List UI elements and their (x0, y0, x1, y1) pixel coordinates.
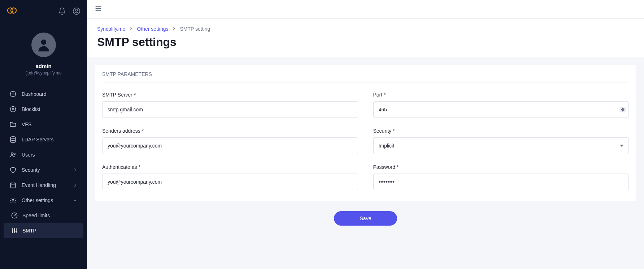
dropdown-arrow (620, 143, 623, 149)
calendar-icon (9, 182, 17, 189)
nav-blocklist[interactable]: Blocklist (4, 102, 83, 117)
nav-event-handling[interactable]: Event Handling (4, 178, 83, 193)
content-header: Syncplify.me Other settings SMTP setting… (87, 19, 644, 57)
section-title: SMTP PARAMETERS (102, 71, 629, 82)
svg-point-14 (16, 231, 17, 232)
smtp-server-label: SMTP Server * (102, 92, 358, 98)
nav-other-settings[interactable]: Other settings (4, 193, 83, 208)
gear-icon (9, 197, 17, 204)
nav-vfs[interactable]: VFS (4, 117, 83, 132)
smtp-server-input[interactable] (102, 101, 358, 118)
password-input[interactable] (373, 174, 629, 190)
svg-point-7 (11, 153, 13, 154)
nav-label: Blocklist (22, 106, 40, 112)
user-section: admin fjodr@syncplify.me (0, 22, 87, 83)
avatar[interactable] (31, 33, 56, 57)
port-spinner[interactable] (619, 107, 626, 112)
nav-smtp[interactable]: SMTP (4, 223, 83, 238)
svg-point-6 (10, 137, 15, 138)
user-email: fjodr@syncplify.me (25, 71, 62, 76)
nav-label: Users (22, 152, 35, 158)
breadcrumb: Syncplify.me Other settings SMTP setting (97, 26, 634, 32)
svg-point-13 (14, 230, 15, 231)
nav-ldap[interactable]: LDAP Servers (4, 132, 83, 147)
avatar-icon (36, 37, 52, 53)
security-select[interactable]: Implicit (373, 137, 629, 154)
nav-label: Speed limits (22, 213, 50, 218)
nav: Dashboard Blocklist VFS LDAP Servers Use… (0, 86, 87, 238)
username: admin (35, 63, 51, 69)
nav-label: Security (22, 167, 40, 173)
nav-speed-limits[interactable]: Speed limits (4, 208, 83, 223)
account-icon[interactable] (73, 7, 80, 15)
x-circle-icon (9, 106, 17, 113)
save-button[interactable]: Save (334, 211, 397, 226)
nav-security[interactable]: Security (4, 162, 83, 178)
breadcrumb-current: SMTP setting (180, 26, 210, 32)
field-authenticate-as: Authenticate as * (102, 164, 358, 190)
actions: Save (87, 201, 644, 236)
users-icon (9, 151, 17, 158)
field-password: Password * (373, 164, 629, 190)
nav-users[interactable]: Users (4, 147, 83, 162)
port-label: Port * (373, 92, 629, 98)
pie-chart-icon (9, 90, 17, 98)
caret-down-icon (620, 144, 623, 148)
svg-point-8 (14, 153, 15, 154)
svg-rect-9 (10, 183, 15, 188)
sidebar: admin fjodr@syncplify.me Dashboard Block… (0, 0, 87, 269)
port-input[interactable] (373, 101, 629, 118)
content: Syncplify.me Other settings SMTP setting… (87, 19, 644, 269)
chevron-right-icon (129, 26, 133, 31)
shield-icon (9, 166, 17, 174)
svg-point-3 (75, 9, 78, 12)
chevron-right-icon (172, 26, 176, 31)
top-icons (58, 7, 80, 15)
authenticate-as-label: Authenticate as * (102, 164, 358, 170)
folder-icon (9, 121, 17, 128)
nav-label: SMTP (22, 228, 36, 234)
password-label: Password * (373, 164, 629, 170)
field-port: Port * (373, 92, 629, 118)
nav-label: VFS (22, 121, 31, 127)
hamburger-icon (94, 5, 102, 13)
svg-point-4 (41, 39, 46, 45)
form-card: SMTP PARAMETERS SMTP Server * Port * (95, 65, 636, 201)
nav-label: Other settings (22, 197, 53, 203)
authenticate-as-input[interactable] (102, 174, 358, 190)
form-grid: SMTP Server * Port * Senders address * (102, 92, 629, 190)
breadcrumb-separator (129, 26, 133, 32)
page-title: SMTP settings (97, 35, 634, 49)
field-smtp-server: SMTP Server * (102, 92, 358, 118)
svg-point-12 (12, 232, 13, 233)
bell-icon[interactable] (58, 7, 66, 15)
chevron-right-icon (73, 167, 78, 172)
senders-address-input[interactable] (102, 137, 358, 154)
nav-label: LDAP Servers (22, 137, 53, 142)
topbar (87, 0, 644, 19)
breadcrumb-section[interactable]: Other settings (137, 26, 168, 32)
nav-label: Dashboard (22, 91, 47, 97)
logo-icon (6, 5, 17, 16)
svg-point-10 (12, 200, 14, 201)
breadcrumb-separator (172, 26, 176, 32)
nav-dashboard[interactable]: Dashboard (4, 86, 83, 102)
menu-toggle[interactable] (94, 5, 102, 14)
chevron-right-icon (73, 183, 78, 188)
app-logo[interactable] (6, 5, 17, 17)
security-label: Security * (373, 128, 629, 134)
field-senders-address: Senders address * (102, 128, 358, 154)
gauge-icon (11, 212, 18, 219)
security-value: Implicit (379, 143, 395, 149)
breadcrumb-root[interactable]: Syncplify.me (97, 26, 125, 32)
nav-label: Event Handling (22, 182, 56, 188)
main: Syncplify.me Other settings SMTP setting… (87, 0, 644, 269)
senders-address-label: Senders address * (102, 128, 358, 134)
sliders-icon (11, 227, 18, 234)
database-icon (9, 136, 17, 143)
svg-point-1 (11, 8, 16, 13)
sidebar-top (0, 0, 87, 22)
chevron-down-icon (621, 110, 625, 112)
chevron-down-icon (73, 198, 78, 203)
field-security: Security * Implicit (373, 128, 629, 154)
